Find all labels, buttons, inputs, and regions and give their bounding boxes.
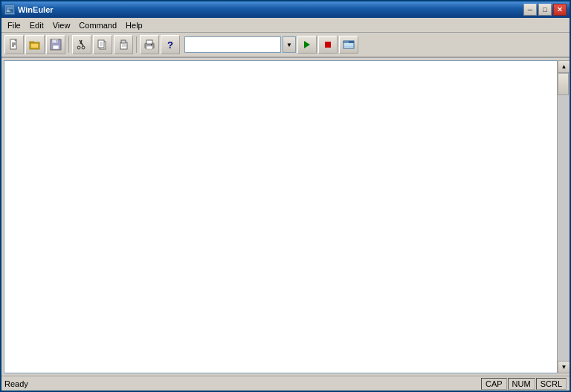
status-bar: Ready CAP NUM SCRL	[1, 376, 570, 391]
status-indicators: CAP NUM SCRL	[481, 378, 567, 390]
svg-point-37	[344, 42, 346, 43]
svg-point-38	[346, 42, 347, 43]
toolbar: ? ▼	[1, 33, 570, 58]
close-button[interactable]: ✕	[553, 4, 567, 16]
svg-rect-1	[7, 7, 13, 10]
svg-rect-2	[7, 10, 9, 10]
open-button[interactable]	[25, 35, 45, 54]
command-dropdown[interactable]	[184, 36, 281, 53]
svg-rect-40	[344, 45, 353, 45]
menu-file[interactable]: File	[3, 19, 25, 31]
title-bar: WinEuler ─ □ ✕	[1, 1, 570, 18]
cap-indicator: CAP	[481, 378, 507, 390]
main-area: ▲ ▼	[1, 58, 570, 376]
menu-command[interactable]: Command	[74, 19, 121, 31]
svg-rect-31	[146, 46, 152, 49]
svg-marker-33	[304, 41, 310, 48]
print-button[interactable]	[140, 35, 159, 54]
menu-help[interactable]: Help	[121, 19, 147, 31]
restore-button[interactable]: □	[538, 4, 552, 16]
run-button[interactable]	[297, 36, 317, 54]
dropdown-arrow[interactable]: ▼	[283, 36, 296, 53]
app-icon	[4, 4, 15, 15]
title-left: WinEuler	[4, 4, 54, 15]
num-indicator: NUM	[508, 378, 535, 390]
svg-point-32	[151, 44, 152, 45]
editor[interactable]	[4, 60, 557, 373]
svg-rect-15	[57, 40, 57, 42]
paste-button[interactable]	[114, 35, 133, 54]
minimize-button[interactable]: ─	[523, 4, 537, 16]
menu-view[interactable]: View	[48, 19, 75, 31]
menu-edit[interactable]: Edit	[25, 19, 48, 31]
scroll-up-button[interactable]: ▲	[558, 60, 570, 73]
title-controls: ─ □ ✕	[523, 4, 567, 16]
scroll-thumb[interactable]	[558, 73, 569, 95]
svg-point-18	[77, 46, 80, 49]
stop-button[interactable]	[318, 36, 338, 54]
save-button[interactable]	[46, 35, 65, 54]
svg-point-19	[82, 46, 85, 49]
svg-rect-34	[325, 42, 331, 48]
command-area: ▼	[184, 36, 358, 54]
svg-rect-11	[30, 43, 39, 48]
vertical-scrollbar: ▲ ▼	[557, 60, 570, 373]
svg-rect-30	[146, 40, 152, 44]
menu-bar: File Edit View Command Help	[1, 18, 570, 33]
svg-point-39	[347, 42, 349, 43]
svg-rect-3	[7, 11, 10, 12]
scroll-track[interactable]	[558, 73, 570, 361]
copy-button[interactable]	[93, 35, 112, 54]
help-button[interactable]: ?	[161, 35, 180, 54]
scrl-indicator: SCRL	[536, 378, 567, 390]
new-button[interactable]	[4, 35, 24, 54]
scroll-down-button[interactable]: ▼	[558, 361, 570, 373]
svg-rect-26	[121, 40, 126, 43]
separator-1	[68, 36, 69, 53]
svg-rect-41	[344, 46, 353, 47]
svg-rect-14	[53, 45, 59, 49]
cut-button[interactable]	[72, 35, 91, 54]
app-window: WinEuler ─ □ ✕ File Edit View Command He…	[0, 0, 571, 392]
browse-button[interactable]	[339, 36, 358, 54]
status-text: Ready	[4, 379, 481, 388]
separator-2	[136, 36, 137, 53]
window-title: WinEuler	[18, 5, 54, 14]
